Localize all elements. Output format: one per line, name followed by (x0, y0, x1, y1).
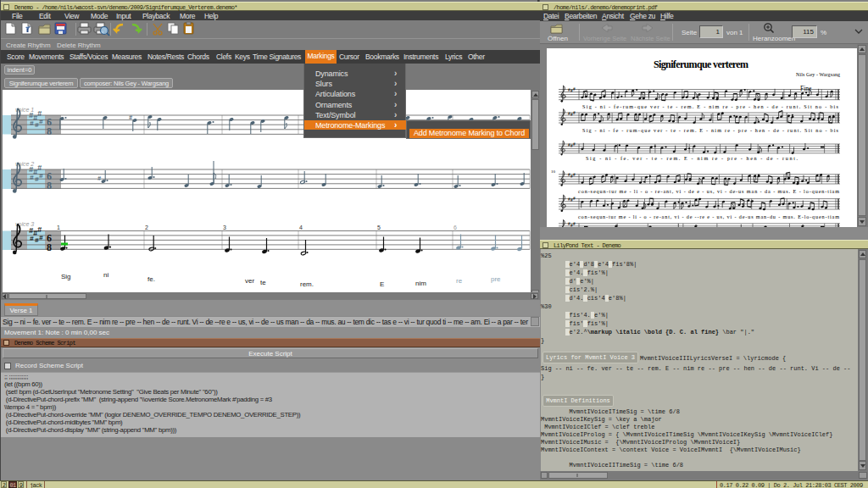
svg-text:#: # (39, 172, 43, 180)
svg-text:8: 8 (47, 125, 52, 137)
svg-text:#: # (39, 234, 43, 241)
svg-text:#: # (129, 114, 132, 121)
svg-text:ver: ver (245, 277, 254, 285)
svg-text:3: 3 (223, 225, 226, 230)
svg-text:#: # (573, 222, 576, 226)
svg-text:nim: nim (415, 280, 426, 287)
svg-text:fe.: fe. (147, 275, 155, 283)
svg-text:#: # (573, 142, 576, 147)
svg-text:6: 6 (453, 225, 457, 230)
svg-text:Sig - ni - fe. ve: Sig - ni - fe. ver - te - rem. E - nim r… (586, 155, 798, 161)
svg-text:#: # (573, 111, 576, 115)
svg-text:1: 1 (57, 225, 60, 230)
svg-text:2: 2 (145, 225, 148, 230)
svg-text:pre: pre (491, 275, 501, 283)
svg-text:ni: ni (103, 271, 108, 279)
svg-text:Sig - ni - fe-rum-que ver -: Sig - ni - fe-rum-que ver - te - rem. E … (582, 103, 839, 109)
svg-text:4: 4 (299, 225, 303, 230)
svg-text:Signiferumque verterem: Signiferumque verterem (654, 58, 748, 70)
svg-text:con-sequn-tur me - li - o - re: con-sequn-tur me - li - o - re-ant, vi -… (578, 214, 839, 219)
svg-text:#: # (39, 118, 43, 125)
svg-text:Fine: Fine (800, 85, 812, 92)
svg-text:con-sequn-tur me - li - o - re: con-sequn-tur me - li - o - re-ant, vi -… (578, 188, 839, 194)
svg-text:Sig -- ni -- fe. ver -- te --: Sig -- ni -- fe. ver -- te -- rem. E -- … (3, 318, 528, 326)
svg-text:5: 5 (377, 225, 381, 230)
svg-text:E: E (380, 280, 384, 288)
svg-text:#: # (573, 173, 576, 177)
svg-text:8: 8 (47, 241, 52, 253)
svg-text:#: # (97, 175, 101, 182)
svg-text:Sig: Sig (61, 273, 71, 280)
svg-text:re: re (456, 277, 463, 285)
svg-text:Nils Gey - Wargsang: Nils Gey - Wargsang (796, 72, 840, 77)
svg-text:10: 10 (551, 169, 556, 174)
svg-text:#: # (30, 235, 34, 242)
svg-text:#: # (573, 87, 576, 92)
svg-text:te: te (260, 279, 266, 286)
svg-text:Sig - ni - fe - rum-qu: Sig - ni - fe - rum-que ver - te - rem. … (582, 127, 839, 133)
svg-text:#: # (30, 119, 34, 127)
svg-text:#: # (573, 197, 576, 201)
svg-text:#: # (30, 174, 34, 181)
svg-text:8: 8 (47, 180, 52, 191)
svg-text:rem.: rem. (300, 280, 314, 288)
